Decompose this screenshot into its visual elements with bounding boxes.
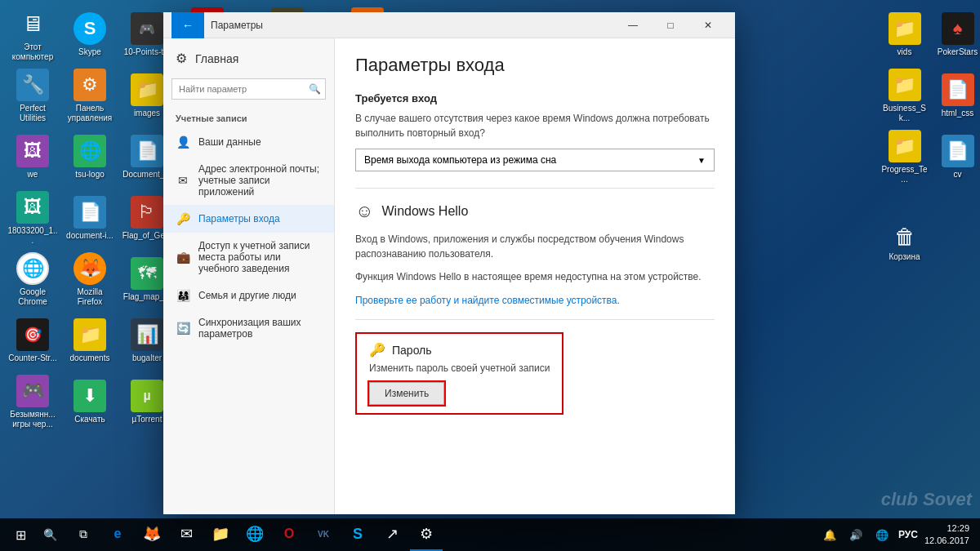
sidebar-item-signin[interactable]: 🔑 Параметры входа (163, 205, 334, 233)
desktop-icon-pokerstars[interactable]: ♠ PokerStars (931, 4, 980, 65)
sidebar-label-sync: Синхронизация ваших параметров (198, 317, 322, 340)
desktop-icon-recycle[interactable]: 🗑 Корзина (878, 237, 931, 249)
progress-te-icon: 📁 (889, 130, 921, 162)
bugalter-icon: 📊 (131, 318, 163, 351)
desktop-label-doc2: document-i... (66, 231, 114, 241)
clock[interactable]: 12:29 12.06.2017 (924, 522, 969, 548)
sidebar-item-email[interactable]: ✉ Адрес электронной почты; учетные запис… (163, 156, 334, 205)
edge-icon: e (114, 527, 122, 541)
desktop-icons-right: 📁 vids ♠ PokerStars 📁 Business_Sk... 📄 h… (874, 0, 980, 506)
taskbar-icon-explorer[interactable]: 📁 (204, 518, 237, 551)
desktop-icon-skype[interactable]: S Skype (61, 4, 118, 65)
documents-icon: 📁 (74, 318, 106, 351)
desktop-icon-progress-te[interactable]: 📁 Progress_Te... (878, 127, 931, 188)
desktop-label-18033200: 18033200_1... (7, 226, 58, 246)
desktop-label-cv: cv (954, 170, 962, 180)
taskbar-icon-task-view[interactable]: ⧉ (67, 518, 100, 551)
desktop-icon-business-sk[interactable]: 📁 Business_Sk... (878, 65, 931, 127)
require-signin-desc: В случае вашего отсутствия через какое в… (355, 111, 715, 140)
desktop-icon-vids[interactable]: 📁 vids (878, 4, 931, 65)
vids-icon: 📁 (889, 12, 921, 45)
minimize-button[interactable]: — (614, 12, 652, 38)
utorrent-icon: µ (131, 380, 163, 412)
taskbar-icon-firefox[interactable]: 🦊 (136, 518, 168, 551)
desktop-icon-firefox[interactable]: 🦊 Mozilla Firefox (61, 249, 118, 310)
sidebar-home[interactable]: ⚙ Главная (163, 38, 334, 74)
password-header: 🔑 Пароль (369, 342, 550, 358)
tsu-icon: 🌐 (74, 135, 106, 167)
desktop-icon-computer[interactable]: 🖥 Этот компьютер (4, 4, 61, 65)
change-password-button[interactable]: Изменить (369, 382, 444, 405)
desktop-label-counter: Counter-Str... (8, 353, 56, 363)
maximize-icon: □ (667, 20, 673, 31)
doc2-icon: 📄 (74, 196, 106, 229)
sidebar-home-label: Главная (195, 52, 238, 65)
page-title: Параметры входа (355, 55, 715, 76)
require-signin-title: Требуется вход (355, 92, 715, 104)
desktop-label-computer: Этот компьютер (7, 42, 58, 62)
language-indicator[interactable]: РУС (898, 529, 918, 540)
desktop-label-perfect: Perfect Utilities (7, 104, 58, 123)
desktop-icon-torrent1[interactable]: ⬇ Скачать (61, 371, 118, 433)
dropdown-arrow-icon: ▼ (697, 156, 706, 165)
volume-icon[interactable]: 🔊 (846, 529, 866, 541)
windows-hello-title: Windows Hello (381, 204, 468, 219)
taskbar-icon-edge[interactable]: e (101, 518, 134, 551)
notification-icon[interactable]: 🔔 (820, 529, 840, 541)
desktop-icon-cv[interactable]: 📄 cv (931, 127, 980, 188)
sidebar-item-sync[interactable]: 🔄 Синхронизация ваших параметров (163, 309, 334, 347)
desktop-icon-documents[interactable]: 📁 documents (61, 310, 118, 371)
taskbar-search-button[interactable]: 🔍 (37, 518, 63, 551)
taskbar-icon-opera[interactable]: O (273, 518, 305, 551)
sleep-dropdown[interactable]: Время выхода компьютера из режима сна ▼ (355, 149, 715, 171)
start-button[interactable]: ⊞ (4, 518, 37, 551)
desktop-label-firefox: Mozilla Firefox (65, 287, 115, 307)
desktop-icon-perfect[interactable]: 🔧 Perfect Utilities (4, 65, 61, 127)
main-content: Параметры входа Требуется вход В случае … (335, 38, 735, 514)
desktop-icon-we[interactable]: 🖼 we (4, 127, 61, 188)
taskbar-icon-settings[interactable]: ⚙ (410, 518, 443, 551)
desktop-icon-html-css[interactable]: 📄 html_css (931, 65, 980, 127)
taskbar-icon-mail[interactable]: ✉ (170, 518, 203, 551)
sidebar: ⚙ Главная 🔍 Учетные записи 👤 Ваши данные… (163, 38, 335, 514)
taskbar-icon-share[interactable]: ↗ (376, 518, 408, 551)
desktop-label-progress-te: Progress_Te... (881, 165, 928, 184)
desktop-icon-doc2[interactable]: 📄 document-i... (61, 188, 118, 249)
search-icon: 🔍 (309, 83, 321, 95)
desktop-icon-chrome[interactable]: 🌐 Google Chrome (4, 249, 61, 310)
chrome-icon: 🌐 (16, 252, 49, 285)
back-button[interactable]: ← (172, 12, 204, 38)
desktop-icon-tsu[interactable]: 🌐 tsu-logo (61, 127, 118, 188)
sidebar-item-work[interactable]: 💼 Доступ к учетной записи места работы и… (163, 233, 334, 282)
desktop-label-skype: Skype (78, 47, 101, 57)
recycle-icon: 🗑 (889, 224, 921, 250)
maximize-button[interactable]: □ (652, 12, 689, 38)
sidebar-label-family: Семья и другие люди (198, 290, 296, 301)
family-icon: 👨‍👩‍👧 (176, 289, 190, 302)
gear-icon: ⚙ (176, 51, 187, 66)
taskbar-icon-vk[interactable]: VK (307, 518, 340, 551)
taskbar-icon-chrome[interactable]: 🌐 (238, 518, 271, 551)
counter-icon: 🎯 (16, 318, 49, 351)
email-icon: ✉ (176, 174, 190, 187)
clock-time: 12:29 (924, 522, 969, 535)
sidebar-item-family[interactable]: 👨‍👩‍👧 Семья и другие люди (163, 282, 334, 309)
title-bar: ← Параметры — □ ✕ (163, 12, 735, 38)
10points-icon: 🎮 (131, 12, 163, 45)
desktop-icon-counter[interactable]: 🎯 Counter-Str... (4, 310, 61, 371)
minimize-icon: — (628, 20, 638, 31)
hello-link[interactable]: Проверьте ее работу и найдите совместимы… (355, 295, 620, 306)
desktop-icon-game[interactable]: 🎮 Безымянн... игры чер... (4, 371, 61, 433)
network-icon[interactable]: 🌐 (872, 529, 892, 541)
html-css-icon: 📄 (942, 73, 974, 106)
taskbar-icon-skype[interactable]: S (341, 518, 374, 551)
desktop-icons-left: 🖥 Этот компьютер S Skype 🎮 10-Points-t..… (0, 0, 163, 506)
password-title: Пароль (392, 344, 432, 357)
sidebar-label-your-data: Ваши данные (198, 136, 261, 148)
sidebar-item-your-data[interactable]: 👤 Ваши данные (163, 128, 334, 156)
search-input[interactable] (172, 78, 326, 100)
desktop-icon-18033200[interactable]: 🖼 18033200_1... (4, 188, 61, 249)
desktop-icon-panel[interactable]: ⚙ Панель управления (61, 65, 118, 127)
close-button[interactable]: ✕ (689, 12, 727, 38)
taskbar: ⊞ 🔍 ⧉ e 🦊 ✉ 📁 🌐 O (0, 518, 980, 551)
